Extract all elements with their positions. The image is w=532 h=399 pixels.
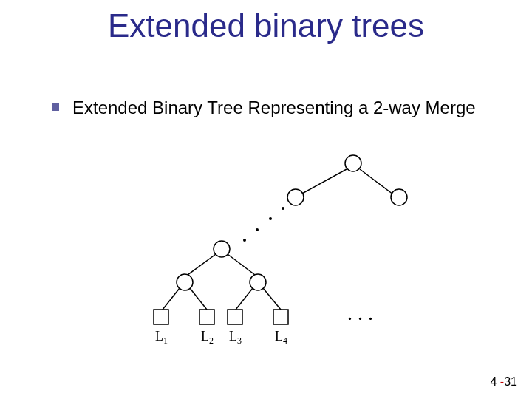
slide-title: Extended binary trees: [0, 7, 532, 44]
external-node: [154, 310, 168, 324]
ellipsis-dot: [256, 228, 259, 231]
ellipsis-text: . . .: [347, 301, 373, 324]
leaf-label-4: L4: [275, 329, 287, 346]
ellipsis-dot: [269, 217, 272, 220]
leaf-label-2: L2: [201, 329, 214, 346]
bullet-icon: [52, 103, 59, 111]
bullet-row: Extended Binary Tree Representing a 2-wa…: [52, 96, 488, 119]
leaf-label-3: L3: [229, 329, 242, 346]
edge: [163, 288, 180, 310]
external-node: [200, 310, 214, 324]
leaf-label-1: L1: [155, 329, 168, 346]
ellipsis-dot: [282, 207, 284, 210]
edge: [185, 254, 216, 277]
internal-node: [177, 274, 193, 290]
edge: [301, 169, 347, 194]
bullet-text: Extended Binary Tree Representing a 2-wa…: [72, 96, 476, 119]
edge: [263, 288, 281, 310]
tree-diagram: . . . L1 L2 L3 L4: [133, 151, 414, 358]
internal-node: [287, 189, 304, 205]
edge: [360, 169, 393, 194]
internal-node: [214, 241, 230, 257]
external-node: [228, 310, 242, 324]
page-number: 4 -31: [491, 375, 517, 389]
internal-node: [345, 155, 361, 171]
edge: [236, 288, 253, 310]
internal-node: [391, 189, 407, 205]
page-dash: -: [497, 375, 504, 388]
external-node: [273, 310, 288, 324]
edge: [190, 288, 207, 310]
edge: [228, 254, 258, 277]
ellipsis-dot: [243, 239, 246, 242]
internal-node: [250, 274, 266, 290]
page-num: 31: [504, 375, 517, 388]
slide: Extended binary trees Extended Binary Tr…: [0, 0, 532, 399]
